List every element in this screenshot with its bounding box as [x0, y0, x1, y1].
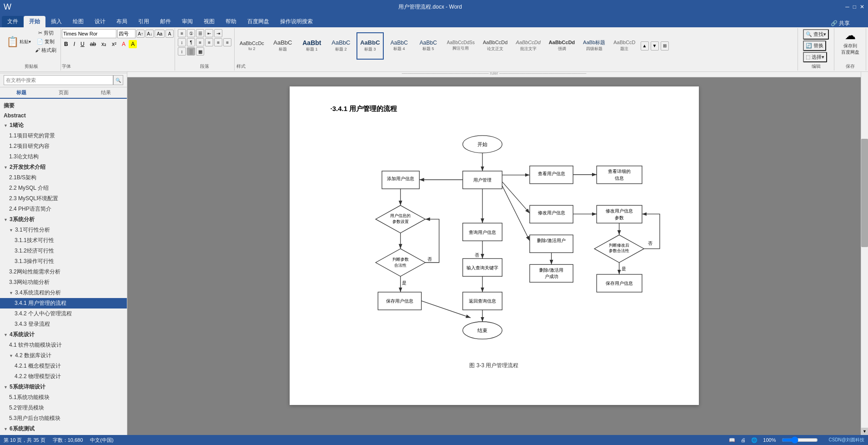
- nav-item-ch3[interactable]: ▼ 3系统分析: [0, 214, 127, 225]
- superscript-button[interactable]: x²: [110, 40, 119, 48]
- styles-expand[interactable]: ⊞: [661, 41, 669, 51]
- tab-design[interactable]: 设计: [89, 16, 111, 27]
- nav-item-ch5[interactable]: ▼ 5系统详细设计: [0, 382, 127, 392]
- scroll-down-button[interactable]: ▼: [861, 428, 868, 435]
- tab-view[interactable]: 视图: [198, 16, 220, 27]
- tab-search[interactable]: 操作说明搜索: [275, 16, 318, 27]
- nav-item-2-3[interactable]: 2.3 MySQL环境配置: [0, 193, 127, 204]
- format-painter-button[interactable]: 🖌 格式刷: [34, 46, 58, 54]
- nav-item-ch6[interactable]: ▼ 6系统测试: [0, 424, 127, 434]
- list-bullet-button[interactable]: ≡: [178, 29, 186, 37]
- increase-indent-button[interactable]: ⇥: [214, 29, 222, 37]
- nav-item-3-3[interactable]: 3.3网站功能分析: [0, 277, 127, 288]
- zoom-slider[interactable]: [782, 436, 818, 444]
- style-caption[interactable]: AaBbCcD 题注: [610, 32, 638, 60]
- nav-item-3-1-1[interactable]: 3.1.1技术可行性: [0, 235, 127, 246]
- tab-home[interactable]: 开始: [24, 16, 45, 27]
- copy-button[interactable]: 📄 复制: [34, 38, 58, 46]
- bold-button[interactable]: B: [62, 40, 70, 48]
- nav-tab-headings[interactable]: 标题: [0, 87, 42, 99]
- sort-button[interactable]: ↕: [178, 38, 186, 46]
- nav-tab-pages[interactable]: 页面: [42, 87, 85, 98]
- text-color-button[interactable]: A: [120, 40, 128, 48]
- decrease-indent-button[interactable]: ⇤: [205, 29, 213, 37]
- align-center-button[interactable]: ≡: [205, 38, 213, 46]
- nav-item-2-1[interactable]: 2.1B/S架构: [0, 172, 127, 183]
- minimize-icon[interactable]: ─: [845, 4, 849, 10]
- select-button[interactable]: ⬚ 选择▾: [803, 52, 827, 62]
- align-left-button[interactable]: ≡: [196, 38, 204, 46]
- nav-item-3-1-2[interactable]: 3.1.2经济可行性: [0, 246, 127, 256]
- list-number-button[interactable]: ①: [187, 29, 195, 37]
- tab-baidu[interactable]: 百度网盘: [242, 16, 275, 27]
- view-read-icon[interactable]: 📖: [729, 437, 735, 443]
- underline-button[interactable]: U: [78, 40, 87, 48]
- nav-item-1-1[interactable]: 1.1项目研究的背景: [0, 131, 127, 141]
- style-comment[interactable]: AaBbCcDd 批注文字: [512, 32, 543, 60]
- nav-item-4-2[interactable]: ▼ 4.2 数据库设计: [0, 350, 127, 361]
- tab-draw[interactable]: 绘图: [67, 16, 89, 27]
- find-button[interactable]: 🔍 查找▾: [803, 29, 829, 40]
- nav-search-button[interactable]: 🔍: [113, 75, 123, 85]
- nav-item-4-1[interactable]: 4.1 软件功能模块设计: [0, 340, 127, 350]
- tab-insert[interactable]: 插入: [45, 16, 67, 27]
- border-button[interactable]: ▦: [196, 47, 204, 56]
- maximize-icon[interactable]: □: [853, 4, 856, 10]
- close-icon[interactable]: ✕: [860, 4, 864, 10]
- nav-item-ch4[interactable]: ▼ 4系统设计: [0, 329, 127, 340]
- tab-review[interactable]: 审阅: [176, 16, 198, 27]
- nav-item-2-2[interactable]: 2.2 MySQL 介绍: [0, 183, 127, 193]
- font-increase-button[interactable]: A↑: [136, 30, 145, 38]
- nav-item-3-1[interactable]: ▼ 3.1可行性分析: [0, 225, 127, 235]
- style-normal[interactable]: AaBbC 标题: [269, 32, 296, 60]
- justify-button[interactable]: ≡: [223, 38, 231, 46]
- nav-item-5-3[interactable]: 5.3用户后台功能模块: [0, 413, 127, 424]
- style-h1[interactable]: AaBbt 标题 1: [298, 32, 326, 60]
- style-h3[interactable]: AaBbC 标题 3: [356, 32, 384, 60]
- tab-file[interactable]: 文件: [2, 16, 24, 27]
- subscript-button[interactable]: x₂: [99, 40, 109, 48]
- scroll-thumb[interactable]: [861, 139, 868, 247]
- nav-item-3-1-3[interactable]: 3.1.3操作可行性: [0, 256, 127, 267]
- char-spacing-button[interactable]: A: [166, 30, 174, 38]
- nav-item-5-2[interactable]: 5.2管理员模块: [0, 403, 127, 413]
- style-footnote[interactable]: AaBbCcDdSs 脚注引用: [444, 32, 478, 60]
- show-marks-button[interactable]: ¶: [187, 38, 195, 46]
- nav-item-3-4[interactable]: ▼ 3.4系统流程的分析: [0, 288, 127, 298]
- highlight-button[interactable]: A: [129, 40, 137, 48]
- list-multilevel-button[interactable]: ☰: [196, 29, 204, 37]
- nav-item-3-4-2[interactable]: 3.4.2 个人中心管理流程: [0, 308, 127, 319]
- line-spacing-button[interactable]: ↕: [178, 47, 186, 56]
- replace-button[interactable]: 🔄 替换: [803, 40, 826, 51]
- nav-item-5-1[interactable]: 5.1系统功能模块: [0, 392, 127, 403]
- nav-tab-results[interactable]: 结果: [85, 87, 127, 98]
- style-emphasis[interactable]: AaBbCcDd 强调: [546, 32, 578, 60]
- view-print-icon[interactable]: 🖨: [741, 437, 746, 443]
- right-scroll-panel[interactable]: ▲ ▼: [861, 59, 868, 435]
- share-icon[interactable]: 🔗 共享: [831, 20, 850, 27]
- font-decrease-button[interactable]: A↓: [146, 30, 154, 38]
- font-name-input[interactable]: [62, 29, 116, 38]
- style-tu2[interactable]: AaBbCcDc tu 2: [236, 32, 267, 60]
- style-body[interactable]: AaBbCcDd 论文正文: [480, 32, 511, 60]
- nav-item-4-2-2[interactable]: 4.2.2 物理模型设计: [0, 371, 127, 382]
- align-right-button[interactable]: ≡: [214, 38, 222, 46]
- tab-mailings[interactable]: 邮件: [155, 16, 176, 27]
- nav-item-3-2[interactable]: 3.2网站性能需求分析: [0, 267, 127, 277]
- nav-item-abstract-en[interactable]: Abstract: [0, 111, 127, 120]
- tab-layout[interactable]: 布局: [111, 16, 133, 27]
- nav-item-3-4-3[interactable]: 3.4.3 登录流程: [0, 319, 127, 329]
- cut-button[interactable]: ✂ 剪切: [34, 29, 58, 37]
- paste-button[interactable]: 📋 粘贴▾: [5, 29, 33, 54]
- view-web-icon[interactable]: 🌐: [751, 437, 758, 443]
- style-h4b[interactable]: AaBb标题 四级标题: [580, 32, 608, 60]
- tab-help[interactable]: 帮助: [220, 16, 242, 27]
- styles-scroll-up[interactable]: ▲: [641, 41, 649, 51]
- style-h4[interactable]: AaBbC 标题 4: [386, 32, 413, 60]
- nav-item-ch2[interactable]: ▼ 2开发技术介绍: [0, 162, 127, 172]
- styles-scroll-down[interactable]: ▼: [651, 41, 659, 51]
- style-h2[interactable]: AaBbC 标题 2: [327, 32, 355, 60]
- font-size-input[interactable]: [117, 29, 135, 38]
- nav-item-2-4[interactable]: 2.4 PHP语言简介: [0, 204, 127, 214]
- tab-references[interactable]: 引用: [133, 16, 155, 27]
